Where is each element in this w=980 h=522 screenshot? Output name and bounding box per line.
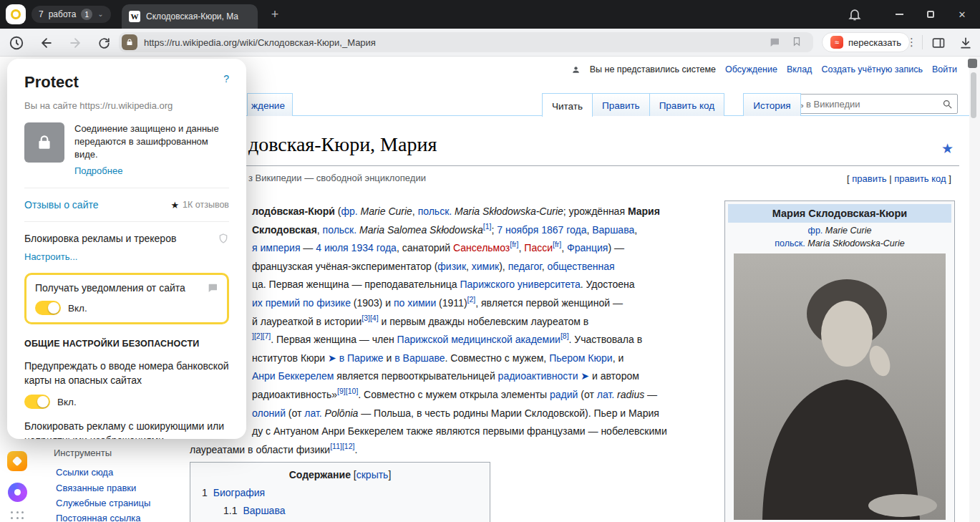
history-clock-icon[interactable]	[9, 35, 24, 51]
footnote-ref[interactable]: ][2][7]	[252, 332, 271, 341]
wiki-link[interactable]: я империя	[252, 242, 300, 253]
bell-icon[interactable]	[848, 7, 862, 21]
article-line: ца. Первая женщина — преподавательница П…	[190, 276, 667, 294]
wiki-link[interactable]: радий	[550, 389, 578, 400]
wiki-link[interactable]: олоний	[252, 407, 286, 419]
back-button[interactable]	[39, 35, 54, 51]
tool-link-permanent[interactable]: Постоянная ссылка	[56, 513, 141, 522]
tab-read[interactable]: Читать	[542, 93, 593, 117]
edit-link[interactable]: править	[852, 173, 886, 184]
wiki-link[interactable]: в Париже	[339, 352, 384, 364]
tab-edit[interactable]: Править	[592, 93, 650, 116]
tool-link-whatlinkshere[interactable]: Ссылки сюда	[56, 467, 113, 478]
wiki-link[interactable]: Анри Беккерелем	[252, 370, 334, 382]
login-link[interactable]: Войти	[932, 64, 957, 74]
footnote-ref[interactable]: [fr]	[553, 241, 561, 249]
new-tab-button[interactable]: +	[266, 6, 283, 23]
site-lock-icon[interactable]	[122, 34, 137, 50]
wiki-link[interactable]: лат.	[304, 407, 321, 419]
bookmark-flag-icon[interactable]	[792, 36, 802, 50]
wiki-link[interactable]: физик	[437, 261, 466, 272]
footnote-ref[interactable]: [8]	[561, 332, 569, 341]
wiki-link[interactable]: 1934 года	[351, 242, 397, 253]
contribs-link[interactable]: Вклад	[787, 64, 812, 74]
wiki-link[interactable]: 7 ноября	[497, 224, 538, 236]
wiki-link[interactable]: в Варшаве	[394, 352, 445, 364]
url-text[interactable]: https://ru.wikipedia.org/wiki/Склодовска…	[144, 37, 376, 48]
minimize-button[interactable]	[891, 7, 908, 21]
toolbar-menu-dots[interactable]: ⋮	[906, 36, 917, 49]
tool-link-special[interactable]: Служебные страницы	[56, 498, 150, 508]
reload-button[interactable]	[96, 35, 112, 51]
wiki-link[interactable]: Франция	[567, 242, 608, 253]
wiki-link[interactable]: ➤	[328, 352, 336, 364]
yandex-market-icon[interactable]	[7, 451, 27, 471]
alice-icon[interactable]	[8, 483, 27, 502]
title-rule	[180, 165, 959, 166]
wiki-link[interactable]: лат.	[597, 389, 614, 400]
search-icon[interactable]	[942, 99, 953, 110]
wiki-link[interactable]: 1867 года	[541, 224, 586, 236]
wiki-link[interactable]: по химии	[394, 297, 436, 309]
talk-link[interactable]: Обсуждение	[725, 64, 777, 74]
wiki-link[interactable]: Пьером Кюри	[549, 352, 613, 364]
wiki-link[interactable]: общественная	[547, 261, 614, 272]
site-reviews-link[interactable]: Отзывы о сайте	[24, 199, 99, 211]
wiki-link[interactable]: Варшава	[592, 224, 634, 236]
address-bar[interactable]: https://ru.wikipedia.org/wiki/Склодовска…	[119, 32, 813, 52]
tool-link-related[interactable]: Связанные правки	[56, 483, 136, 493]
comment-bubble-icon[interactable]	[769, 37, 780, 51]
close-button[interactable]: ✕	[954, 7, 971, 21]
wiki-link[interactable]: Парижской медицинской академии	[397, 334, 561, 345]
lang-link[interactable]: польск.	[775, 238, 805, 248]
portrait-photo[interactable]	[734, 253, 946, 520]
text-run: (1903) и	[351, 297, 394, 309]
wiki-link[interactable]: польск.	[418, 206, 452, 217]
wiki-link[interactable]: педагог	[508, 261, 542, 272]
wiki-link[interactable]: их премий по физике	[252, 297, 351, 309]
notifications-toggle[interactable]	[35, 301, 61, 315]
toc-hide-link[interactable]: скрыть	[356, 469, 389, 480]
wiki-link[interactable]: химик	[472, 261, 499, 272]
wiki-link[interactable]: фр.	[341, 206, 357, 217]
forward-button[interactable]	[67, 35, 83, 51]
footnote-ref[interactable]: [3][4]	[362, 314, 378, 322]
wiki-link[interactable]: ➤	[581, 370, 589, 382]
wiki-redlink[interactable]: Сансельмоз	[453, 242, 510, 253]
bank-card-toggle[interactable]	[24, 395, 50, 409]
lang-link[interactable]: фр.	[808, 226, 823, 236]
active-tab[interactable]: W Склодовская-Кюри, Ма	[122, 4, 258, 29]
footnote-ref[interactable]: [9][10]	[337, 387, 358, 395]
footnote-ref[interactable]: [11][12]	[330, 442, 354, 450]
maximize-button[interactable]	[922, 7, 939, 21]
tab-group-chip[interactable]: 7 работа 1 ⌄	[31, 6, 111, 23]
download-icon[interactable]	[958, 35, 974, 51]
scroll-up-button[interactable]	[968, 59, 977, 68]
footnote-ref[interactable]: [1]	[483, 222, 492, 231]
details-link[interactable]: Подробнее	[74, 165, 122, 176]
footnote-ref[interactable]: [2]	[467, 295, 476, 304]
help-link[interactable]: ?	[223, 73, 229, 84]
toolbar-divider	[922, 35, 923, 49]
more-dots-icon[interactable]	[11, 511, 25, 520]
toc-link[interactable]: Биография	[213, 487, 265, 498]
edit-code-link[interactable]: править код	[894, 173, 946, 184]
toc-link[interactable]: Варшава	[243, 505, 285, 516]
watch-star-icon[interactable]: ★	[941, 140, 954, 157]
wiki-link[interactable]: польск.	[323, 224, 357, 236]
text-run: лауреатами в области физики	[190, 444, 330, 455]
browser-menu-button[interactable]	[6, 4, 26, 24]
configure-link[interactable]: Настроить...	[24, 251, 77, 262]
create-account-link[interactable]: Создать учётную запись	[821, 64, 923, 74]
side-panels-icon[interactable]	[931, 35, 946, 51]
summarize-button[interactable]: ≈ пересказать	[822, 32, 910, 52]
tab-history[interactable]: История	[743, 93, 800, 116]
tab-discussion-partial[interactable]: ждение	[247, 93, 293, 116]
footnote-ref[interactable]: [fr]	[510, 241, 518, 249]
wiki-link[interactable]: радиоактивности	[498, 370, 578, 382]
tab-edit-code[interactable]: Править код	[649, 93, 725, 116]
wiki-link[interactable]: Парижского университета	[460, 279, 581, 290]
scrollbar-thumb[interactable]	[971, 72, 976, 118]
wiki-link[interactable]: 4 июля	[316, 242, 348, 253]
wiki-redlink[interactable]: Пасси	[524, 242, 553, 253]
